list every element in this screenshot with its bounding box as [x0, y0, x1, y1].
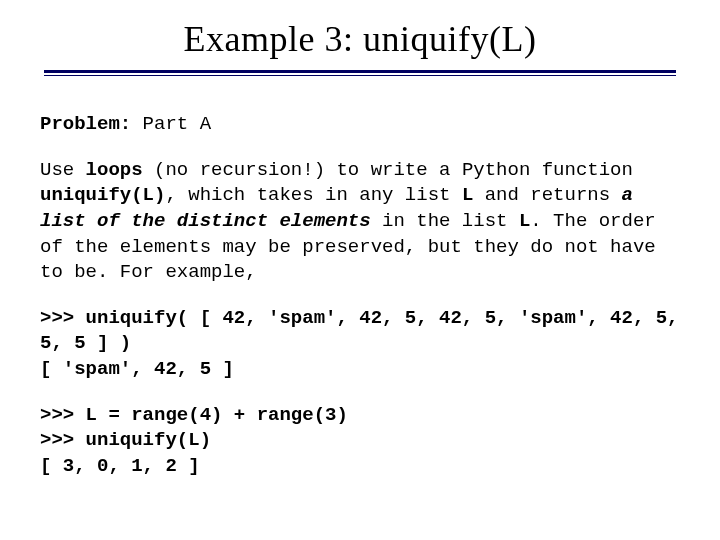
code-inline: uniquify(L)	[40, 184, 165, 206]
text: , which takes in any list	[165, 184, 461, 206]
example-1: >>> uniquify( [ 42, 'spam', 42, 5, 42, 5…	[40, 306, 680, 383]
code-line: >>> uniquify(L)	[40, 428, 680, 454]
title-underline	[44, 70, 676, 76]
code-line: [ 3, 0, 1, 2 ]	[40, 454, 680, 480]
example-2: >>> L = range(4) + range(3) >>> uniquify…	[40, 403, 680, 480]
code-inline: L	[519, 210, 530, 232]
slide-body: Problem: Part A Use loops (no recursion!…	[40, 112, 680, 480]
code-inline: L	[462, 184, 473, 206]
problem-part: Part A	[131, 113, 211, 135]
code-line: >>> L = range(4) + range(3)	[40, 403, 680, 429]
text: Use	[40, 159, 86, 181]
slide: Example 3: uniquify(L) Problem: Part A U…	[0, 0, 720, 540]
slide-title: Example 3: uniquify(L)	[40, 18, 680, 60]
text: (no recursion!) to write a Python functi…	[143, 159, 633, 181]
problem-label: Problem:	[40, 113, 131, 135]
text-bold: loops	[86, 159, 143, 181]
code-line: >>> uniquify( [ 42, 'spam', 42, 5, 42, 5…	[40, 306, 680, 357]
text: in the list	[371, 210, 519, 232]
rule-thin	[44, 75, 676, 76]
text: and returns	[473, 184, 621, 206]
problem-heading: Problem: Part A	[40, 112, 680, 138]
rule-thick	[44, 70, 676, 73]
problem-description: Use loops (no recursion!) to write a Pyt…	[40, 158, 680, 286]
code-line: [ 'spam', 42, 5 ]	[40, 357, 680, 383]
